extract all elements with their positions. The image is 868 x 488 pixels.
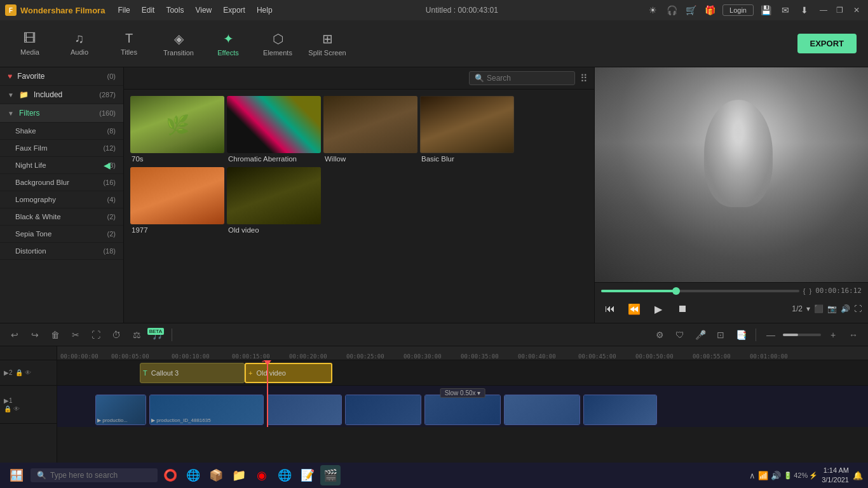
taskbar-filmora[interactable]: 🎬 — [320, 465, 341, 485]
mic-icon[interactable]: 🎤 — [692, 327, 709, 343]
vid-clip-5[interactable] — [424, 395, 501, 425]
effect-card-basic-blur[interactable]: Basic Blur — [420, 96, 514, 165]
taskbar-cortana[interactable]: ⭕ — [160, 465, 180, 485]
fullscreen-icon[interactable]: ⛶ — [854, 304, 862, 313]
sidebar-item-sepia-tone[interactable]: Sepia Tone (2) — [0, 226, 123, 243]
cut-button[interactable]: ✂ — [67, 327, 84, 343]
timer-button[interactable]: ⏱ — [108, 327, 125, 343]
menu-edit[interactable]: Edit — [137, 4, 160, 16]
search-box[interactable]: 🔍 — [469, 71, 575, 85]
toolbar-titles[interactable]: T Titles — [105, 22, 153, 65]
grid-options-icon[interactable]: ⠿ — [580, 72, 588, 85]
eye-icon-2[interactable]: 👁 — [13, 405, 20, 412]
toolbar-effects[interactable]: ✦ Effects — [205, 22, 252, 65]
lock-icon[interactable]: 🔒 — [15, 369, 23, 376]
headphone-icon[interactable]: 🎧 — [665, 4, 678, 17]
brightness-icon[interactable]: ☀ — [646, 4, 659, 17]
delete-button[interactable]: 🗑 — [47, 327, 64, 343]
vid-clip-4[interactable] — [345, 395, 421, 425]
menu-tools[interactable]: Tools — [161, 4, 189, 16]
stop-button[interactable]: ⏹ — [674, 300, 691, 318]
gift-icon[interactable]: 🎁 — [703, 4, 716, 17]
vid-clip-3[interactable] — [267, 395, 342, 425]
menu-view[interactable]: View — [190, 4, 217, 16]
caption-icon[interactable]: 📑 — [733, 327, 749, 343]
maximize-button[interactable]: ❐ — [834, 4, 846, 17]
taskbar-chrome2[interactable]: 🌐 — [275, 465, 295, 485]
camera-icon[interactable]: 📷 — [827, 304, 837, 313]
tray-up-arrow[interactable]: ∧ — [749, 471, 756, 480]
audio-waves-button[interactable]: 🎵 BETA — [149, 327, 165, 343]
effect-card-chromatic[interactable]: Chromatic Aberration — [227, 96, 321, 165]
system-clock[interactable]: 1:14 AM 3/1/2021 — [822, 466, 849, 485]
chevron-down-icon[interactable]: ▾ — [806, 304, 810, 313]
taskbar-chrome[interactable]: ◉ — [252, 465, 272, 485]
search-input[interactable] — [487, 74, 569, 83]
vid-clip-2[interactable]: ▶ production_ID_4881635 — [149, 395, 264, 425]
download-icon[interactable]: ⬇ — [798, 4, 811, 17]
taskbar-search-input[interactable] — [50, 471, 146, 480]
taskbar-office[interactable]: 📦 — [206, 465, 226, 485]
effect-card-1977[interactable]: 1977 — [130, 167, 224, 236]
battery-indicator[interactable]: 🔋 42% ⚡ — [783, 471, 818, 480]
wifi-icon[interactable]: 📶 — [758, 471, 768, 480]
undo-button[interactable]: ↩ — [6, 327, 23, 343]
vid-clip-1[interactable]: ▶ productio... — [95, 395, 146, 425]
lock-icon-2[interactable]: 🔒 — [4, 405, 11, 412]
minimize-button[interactable]: — — [817, 4, 830, 17]
export-button[interactable]: EXPORT — [797, 34, 857, 53]
vid-clip-7[interactable] — [583, 395, 657, 425]
zoom-slider[interactable] — [783, 334, 821, 336]
taskbar-edge[interactable]: 🌐 — [183, 465, 203, 485]
effect-card-70s[interactable]: 70s — [130, 96, 224, 165]
sidebar-item-background-blur[interactable]: Background Blur (16) — [0, 174, 123, 191]
sidebar-item-faux-film[interactable]: Faux Film (12) — [0, 140, 123, 157]
volume-icon[interactable]: 🔊 — [841, 304, 850, 313]
cart-icon[interactable]: 🛒 — [684, 4, 697, 17]
start-button[interactable]: 🪟 — [5, 464, 28, 487]
toolbar-media[interactable]: 🎞 Media — [6, 22, 53, 65]
eye-icon[interactable]: 👁 — [25, 369, 31, 376]
shield-icon[interactable]: 🛡 — [672, 327, 688, 343]
taskbar-search-bar[interactable]: 🔍 — [31, 468, 158, 482]
login-button[interactable]: Login — [722, 4, 754, 16]
progress-track[interactable] — [601, 290, 799, 292]
fx-clip-callout[interactable]: T Callout 3 — [140, 363, 245, 383]
redo-button[interactable]: ↪ — [27, 327, 43, 343]
prev-frame-button[interactable]: ⏪ — [625, 300, 643, 318]
sidebar-item-favorite[interactable]: ♥ Favorite (0) — [0, 67, 123, 86]
zoom-in-button[interactable]: + — [825, 327, 841, 343]
taskbar-files[interactable]: 📁 — [229, 465, 249, 485]
sidebar-item-night-life[interactable]: Night Life (3) ◀ — [0, 157, 123, 174]
zoom-fit-button[interactable]: ↔ — [845, 327, 862, 343]
zoom-out-button[interactable]: — — [763, 327, 779, 343]
toolbar-splitscreen[interactable]: ⊞ Split Screen — [304, 22, 351, 65]
speaker-icon[interactable]: 🔊 — [771, 471, 781, 480]
sidebar-item-lomography[interactable]: Lomography (4) — [0, 191, 123, 208]
vid-clip-6[interactable] — [504, 395, 580, 425]
effect-card-willow[interactable]: Willow — [323, 96, 417, 165]
progress-thumb[interactable] — [672, 287, 680, 295]
adjust-button[interactable]: ⚖ — [128, 327, 145, 343]
menu-file[interactable]: File — [112, 4, 135, 16]
crop-button[interactable]: ⛶ — [88, 327, 104, 343]
close-button[interactable]: ✕ — [850, 4, 863, 17]
toolbar-transition[interactable]: ◈ Transition — [155, 22, 202, 65]
timeline-settings-icon[interactable]: ⚙ — [651, 327, 668, 343]
add-to-timeline-icon[interactable]: ⬛ — [814, 304, 824, 313]
sidebar-item-shake[interactable]: Shake (8) — [0, 123, 123, 140]
taskbar-word[interactable]: 📝 — [297, 465, 318, 485]
split-icon[interactable]: ⊡ — [712, 327, 729, 343]
sidebar-item-included[interactable]: ▼ 📁 Included (287) — [0, 86, 123, 104]
notification-icon[interactable]: 🔔 — [853, 471, 863, 480]
skip-back-button[interactable]: ⏮ — [601, 300, 619, 318]
toolbar-audio[interactable]: ♫ Audio — [56, 22, 103, 65]
menu-export[interactable]: Export — [218, 4, 250, 16]
mail-icon[interactable]: ✉ — [779, 4, 792, 17]
menu-help[interactable]: Help — [252, 4, 278, 16]
sidebar-item-distortion[interactable]: Distortion (18) — [0, 243, 123, 260]
effect-card-old-video[interactable]: Old video — [227, 167, 321, 236]
fx-clip-old-video[interactable]: + Old video — [245, 363, 332, 383]
slow-label[interactable]: Slow 0.50x — [440, 388, 485, 398]
play-button[interactable]: ▶ — [649, 300, 667, 318]
